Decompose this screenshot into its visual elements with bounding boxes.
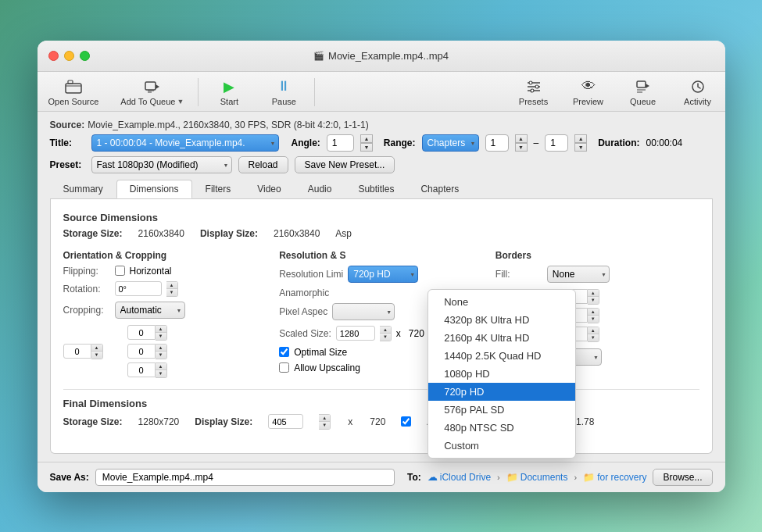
pause-button[interactable]: ⏸ Pause <box>256 77 311 108</box>
border-right-down[interactable]: ▼ <box>588 316 599 323</box>
orientation-section: Orientation & Cropping Flipping: Horizon… <box>63 250 267 378</box>
three-col-layout: Orientation & Cropping Flipping: Horizon… <box>63 250 699 378</box>
rotation-down[interactable]: ▼ <box>166 289 177 296</box>
queue-button[interactable]: Queue <box>616 77 671 108</box>
icloud-icon: ☁ <box>428 471 438 483</box>
fill-select-wrapper: None <box>547 266 610 283</box>
open-source-icon <box>65 78 82 95</box>
angle-input[interactable] <box>327 134 354 152</box>
tab-chapters[interactable]: Chapters <box>407 180 472 198</box>
border-bottom-up[interactable]: ▲ <box>588 327 599 334</box>
tab-video[interactable]: Video <box>244 180 294 198</box>
crop-bottom-up[interactable]: ▲ <box>156 363 166 370</box>
start-button[interactable]: ▶ Start <box>202 77 256 108</box>
crop-right-input[interactable] <box>127 344 156 359</box>
fullscreen-button[interactable] <box>80 51 90 61</box>
source-dimensions-title: Source Dimensions <box>63 212 699 223</box>
orientation-title: Orientation & Cropping <box>63 250 267 261</box>
final-w-down[interactable]: ▼ <box>319 422 330 429</box>
range-select-wrapper: Chapters <box>422 134 479 152</box>
path-icloud: ☁ iCloud Drive <box>428 471 491 483</box>
range-from-up[interactable]: ▲ <box>515 134 528 143</box>
border-top-up[interactable]: ▲ <box>588 290 599 297</box>
angle-up[interactable]: ▲ <box>360 134 373 143</box>
dropdown-item-1080p[interactable]: 1080p HD <box>428 365 575 383</box>
svg-rect-1 <box>68 80 73 84</box>
close-button[interactable] <box>48 51 59 61</box>
start-icon: ▶ <box>224 78 234 95</box>
crop-top-up[interactable]: ▲ <box>156 326 166 333</box>
crop-right-down[interactable]: ▼ <box>156 352 166 359</box>
tabs-bar: Summary Dimensions Filters Video Audio S… <box>50 180 713 199</box>
flipping-checkbox[interactable] <box>115 266 125 276</box>
crop-bottom-input[interactable] <box>127 362 156 377</box>
preview-button[interactable]: 👁 Preview <box>561 77 616 108</box>
reload-button[interactable]: Reload <box>238 156 288 173</box>
crop-left-input[interactable] <box>63 344 91 359</box>
range-from-down[interactable]: ▼ <box>515 143 528 152</box>
final-display-w-input[interactable] <box>268 414 303 429</box>
crop-bottom-down[interactable]: ▼ <box>156 370 166 377</box>
border-top-down[interactable]: ▼ <box>588 297 599 304</box>
title-select-wrapper: 1 - 00:00:04 - Movie_Example.mp4. <box>91 134 279 152</box>
range-to-input[interactable] <box>545 134 568 152</box>
crop-bottom: ▲▼ <box>127 362 188 378</box>
tab-summary[interactable]: Summary <box>50 180 116 198</box>
border-right-up[interactable]: ▲ <box>588 309 599 316</box>
storage-size-value: 2160x3840 <box>138 228 184 239</box>
rotation-input[interactable] <box>115 281 162 296</box>
final-dimensions-row: Storage Size: 1280x720 Display Size: ▲▼ … <box>63 414 699 430</box>
tab-subtitles[interactable]: Subtitles <box>345 180 407 198</box>
angle-down[interactable]: ▼ <box>360 143 373 152</box>
svg-point-3 <box>529 81 532 84</box>
toolbar: Open Source Add To Queue ▼ ▶ Start ⏸ <box>38 72 725 112</box>
crop-right-up[interactable]: ▲ <box>156 345 166 352</box>
cropping-select[interactable]: Automatic <box>115 302 185 319</box>
path-documents: 📁 Documents <box>506 472 568 483</box>
tab-dimensions[interactable]: Dimensions <box>116 180 192 198</box>
res-limit-select[interactable]: 720p HD <box>348 266 418 283</box>
scaled-w-input[interactable] <box>336 326 375 341</box>
open-source-button[interactable]: Open Source <box>38 77 110 108</box>
activity-button[interactable]: Activity <box>671 77 725 108</box>
dropdown-item-none[interactable]: None <box>428 293 575 311</box>
angle-stepper: ▲ ▼ <box>360 134 373 152</box>
scaled-w-down[interactable]: ▼ <box>380 334 391 341</box>
range-to-up[interactable]: ▲ <box>574 134 587 143</box>
save-as-input[interactable] <box>95 469 395 486</box>
add-to-queue-button[interactable]: Add To Queue ▼ <box>109 77 195 108</box>
dropdown-item-720p[interactable]: 720p HD <box>428 383 575 401</box>
rotation-up[interactable]: ▲ <box>166 282 177 289</box>
scaled-w-up[interactable]: ▲ <box>380 327 391 334</box>
border-bottom-down[interactable]: ▼ <box>588 334 599 341</box>
final-w-up[interactable]: ▲ <box>319 415 330 422</box>
tab-filters[interactable]: Filters <box>192 180 245 198</box>
source-dimensions-section: Source Dimensions Storage Size: 2160x384… <box>63 212 699 239</box>
dropdown-item-custom[interactable]: Custom <box>428 437 575 455</box>
preset-select[interactable]: Fast 1080p30 (Modified) <box>91 156 232 173</box>
range-select[interactable]: Chapters <box>422 134 479 152</box>
browse-button[interactable]: Browse... <box>653 469 712 486</box>
dropdown-item-480p[interactable]: 480p NTSC SD <box>428 419 575 437</box>
optimal-size-checkbox[interactable] <box>279 347 289 357</box>
dropdown-item-576p[interactable]: 576p PAL SD <box>428 401 575 419</box>
crop-top-input[interactable] <box>127 325 156 340</box>
range-from-input[interactable] <box>485 134 509 152</box>
fill-select[interactable]: None <box>547 266 610 283</box>
save-preset-button[interactable]: Save New Preset... <box>295 156 395 173</box>
crop-left-up[interactable]: ▲ <box>91 345 102 352</box>
crop-left-down[interactable]: ▼ <box>91 352 102 359</box>
dropdown-item-1440p[interactable]: 1440p 2.5K Quad HD <box>428 347 575 365</box>
allow-upscaling-checkbox[interactable] <box>279 362 289 373</box>
allow-upscaling-label: Allow Upscaling <box>294 362 360 373</box>
dropdown-item-2160p[interactable]: 2160p 4K Ultra HD <box>428 329 575 347</box>
pixel-aspect-select[interactable] <box>332 303 395 320</box>
tab-audio[interactable]: Audio <box>295 180 345 198</box>
range-to-down[interactable]: ▼ <box>574 143 587 152</box>
presets-button[interactable]: Presets <box>506 77 561 108</box>
minimize-button[interactable] <box>64 51 74 61</box>
final-automatic-checkbox[interactable] <box>401 416 411 427</box>
crop-top-down[interactable]: ▼ <box>156 333 166 340</box>
title-select[interactable]: 1 - 00:00:04 - Movie_Example.mp4. <box>91 134 279 152</box>
dropdown-item-4320p[interactable]: 4320p 8K Ultra HD <box>428 311 575 329</box>
